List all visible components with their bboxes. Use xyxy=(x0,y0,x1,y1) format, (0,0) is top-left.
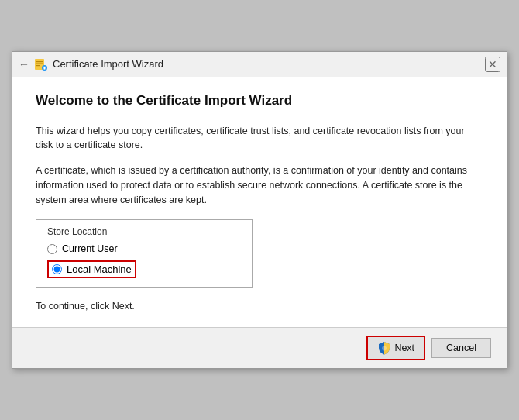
store-location-group: Store Location Current User Local Machin… xyxy=(36,219,253,288)
wizard-content: Welcome to the Certificate Import Wizard… xyxy=(12,77,507,328)
description-2: A certificate, which is issued by a cert… xyxy=(36,164,483,207)
next-button[interactable]: Next xyxy=(366,336,425,360)
cancel-button[interactable]: Cancel xyxy=(431,338,491,358)
certificate-icon xyxy=(34,57,48,71)
svg-rect-1 xyxy=(36,61,43,62)
local-machine-row-highlight: Local Machine xyxy=(47,260,136,278)
svg-rect-2 xyxy=(36,63,43,64)
footer: Next Cancel xyxy=(12,327,507,368)
store-location-label: Store Location xyxy=(47,226,241,237)
svg-rect-7 xyxy=(44,67,46,68)
current-user-label[interactable]: Current User xyxy=(62,243,118,254)
back-arrow[interactable]: ← xyxy=(19,58,29,71)
svg-rect-3 xyxy=(36,65,40,66)
svg-point-8 xyxy=(382,346,387,351)
description-1: This wizard helps you copy certificates,… xyxy=(36,124,483,153)
shield-icon xyxy=(377,341,391,355)
title-bar-title: Certificate Import Wizard xyxy=(53,58,163,70)
current-user-radio[interactable] xyxy=(47,244,57,254)
title-bar-left: ← Certificate Import Wizard xyxy=(19,57,163,71)
local-machine-radio[interactable] xyxy=(52,264,62,274)
next-label: Next xyxy=(394,343,414,353)
wizard-window: ← Certificate Import Wizard ✕ Welcome to… xyxy=(12,51,507,370)
local-machine-label[interactable]: Local Machine xyxy=(67,263,132,275)
continue-text: To continue, click Next. xyxy=(36,301,483,312)
close-button[interactable]: ✕ xyxy=(485,57,500,72)
current-user-row: Current User xyxy=(47,243,241,254)
title-bar: ← Certificate Import Wizard ✕ xyxy=(12,52,507,77)
wizard-heading: Welcome to the Certificate Import Wizard xyxy=(36,93,483,108)
